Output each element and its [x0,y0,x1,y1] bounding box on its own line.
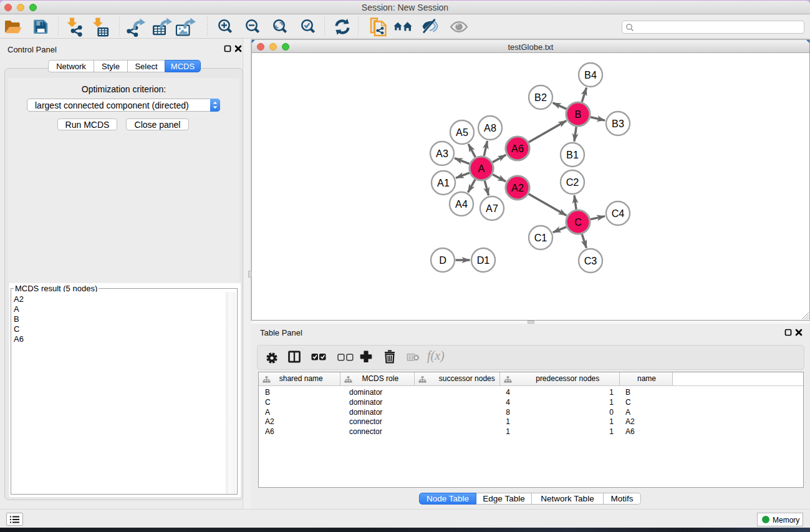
svg-text:B3: B3 [612,118,624,129]
svg-text:C3: C3 [584,255,597,266]
svg-text:A5: A5 [456,127,468,138]
svg-text:B2: B2 [534,92,547,103]
svg-text:A4: A4 [455,198,468,210]
svg-text:A3: A3 [436,148,448,159]
svg-text:C1: C1 [534,232,547,243]
svg-text:B1: B1 [566,149,579,160]
svg-text:A8: A8 [484,122,496,133]
svg-text:A1: A1 [437,177,450,188]
svg-text:B4: B4 [584,69,597,80]
svg-text:D1: D1 [477,254,490,266]
svg-text:A7: A7 [486,203,498,214]
svg-text:A6: A6 [511,143,524,154]
svg-text:A: A [478,163,485,174]
svg-text:C4: C4 [612,208,625,219]
svg-text:C2: C2 [566,177,579,188]
svg-text:B: B [575,109,582,120]
svg-text:D: D [439,254,446,266]
svg-text:A2: A2 [511,182,524,193]
svg-text:C: C [574,216,582,228]
